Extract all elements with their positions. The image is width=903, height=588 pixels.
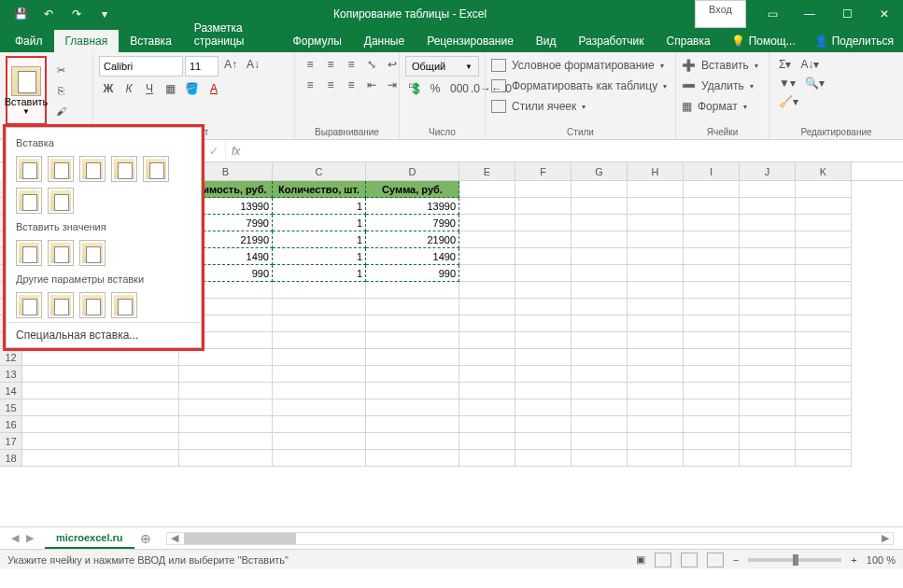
tab-view[interactable]: Вид	[525, 30, 568, 52]
paste-option-transpose[interactable]	[48, 188, 74, 214]
col-header[interactable]: H	[628, 162, 684, 180]
tab-review[interactable]: Рецензирование	[416, 30, 525, 52]
tab-formulas[interactable]: Формулы	[282, 30, 353, 52]
clear-icon[interactable]: 🧹▾	[775, 93, 802, 110]
orientation-icon[interactable]: ⤡	[362, 56, 381, 73]
paste-option-all[interactable]	[16, 156, 42, 182]
paste-special-button[interactable]: Специальная вставка...	[7, 322, 201, 347]
cell[interactable]: Сумма, руб.	[366, 181, 459, 198]
percent-icon[interactable]: %	[426, 80, 444, 97]
decrease-font-icon[interactable]: A↓	[243, 56, 263, 77]
tab-file[interactable]: Файл	[4, 30, 54, 52]
align-left-icon[interactable]: ≡	[301, 77, 319, 93]
paste-button[interactable]: Вставить ▼	[6, 56, 47, 125]
new-sheet-button[interactable]: ⊕	[134, 531, 157, 546]
page-break-view-icon[interactable]	[707, 553, 724, 567]
paste-option-link[interactable]	[48, 292, 74, 318]
paste-option-values[interactable]	[16, 240, 42, 266]
zoom-out-button[interactable]: −	[733, 554, 739, 566]
cell[interactable]: Количество, шт.	[273, 181, 366, 198]
conditional-formatting-button[interactable]: Условное форматирование▾	[491, 56, 670, 75]
align-bottom-icon[interactable]: ≡	[342, 56, 360, 73]
wrap-text-icon[interactable]: ↩	[383, 56, 402, 73]
copy-icon[interactable]: ⎘	[50, 81, 71, 100]
maximize-icon[interactable]: ☐	[828, 0, 866, 28]
col-header[interactable]: F	[515, 162, 571, 180]
normal-view-icon[interactable]	[655, 553, 671, 567]
format-painter-icon[interactable]: 🖌	[50, 102, 71, 120]
borders-icon[interactable]: ▦	[161, 80, 179, 97]
minimize-icon[interactable]: —	[791, 0, 828, 28]
paste-option-keep-source[interactable]	[111, 156, 137, 182]
col-header[interactable]: C	[273, 162, 366, 180]
paste-option-no-borders[interactable]	[143, 156, 169, 182]
col-header[interactable]: K	[796, 162, 852, 180]
paste-option-picture[interactable]	[79, 292, 106, 318]
format-as-table-button[interactable]: Форматировать как таблицу▾	[491, 77, 670, 95]
col-header[interactable]: I	[684, 162, 740, 180]
qat-customize-icon[interactable]: ▾	[92, 3, 118, 25]
align-top-icon[interactable]: ≡	[301, 56, 319, 73]
cell-styles-button[interactable]: Стили ячеек▾	[491, 97, 670, 116]
sort-icon[interactable]: A↓▾	[797, 56, 823, 73]
formula-input[interactable]	[246, 140, 903, 161]
save-icon[interactable]: 💾	[7, 3, 34, 25]
underline-button[interactable]: Ч	[140, 80, 159, 97]
sheet-nav-next-icon[interactable]: ▶	[26, 532, 34, 544]
zoom-in-button[interactable]: +	[851, 554, 856, 566]
undo-icon[interactable]: ↶	[35, 3, 62, 25]
col-header[interactable]: G	[571, 162, 628, 180]
font-name-input[interactable]	[99, 56, 183, 77]
tab-layout[interactable]: Разметка страницы	[183, 17, 282, 52]
format-cells-button[interactable]: ▦Формат▾	[682, 97, 763, 116]
macro-record-icon[interactable]: ▣	[636, 553, 645, 566]
page-layout-view-icon[interactable]	[681, 553, 698, 567]
fill-color-icon[interactable]: 🪣	[181, 80, 203, 97]
tab-developer[interactable]: Разработчик	[568, 30, 656, 52]
paste-option-formulas-number[interactable]	[79, 156, 106, 182]
delete-cells-button[interactable]: ➖Удалить▾	[682, 77, 763, 95]
sheet-nav-prev-icon[interactable]: ◀	[11, 532, 19, 544]
align-middle-icon[interactable]: ≡	[321, 56, 340, 73]
find-icon[interactable]: 🔍▾	[801, 75, 828, 91]
currency-icon[interactable]: 💲	[405, 80, 424, 97]
paste-option-values-source[interactable]	[79, 240, 106, 266]
number-format-select[interactable]: Общий▼	[405, 56, 479, 77]
dec-inc-icon[interactable]: .0→	[467, 80, 486, 97]
col-header[interactable]: E	[459, 162, 515, 180]
zoom-slider[interactable]	[748, 558, 841, 562]
redo-icon[interactable]: ↷	[63, 3, 90, 25]
paste-option-values-number[interactable]	[48, 240, 74, 266]
indent-dec-icon[interactable]: ⇤	[362, 77, 381, 93]
paste-option-formatting[interactable]	[16, 292, 42, 318]
tab-help[interactable]: Справка	[656, 30, 722, 52]
zoom-level[interactable]: 100 %	[867, 554, 896, 566]
share-button[interactable]: 👤Поделиться	[805, 30, 903, 52]
cut-icon[interactable]: ✂	[50, 61, 71, 79]
paste-option-linked-picture[interactable]	[111, 292, 137, 318]
tab-insert[interactable]: Вставка	[119, 30, 183, 52]
insert-cells-button[interactable]: ➕Вставить▾	[682, 56, 763, 75]
indent-inc-icon[interactable]: ⇥	[383, 77, 402, 93]
increase-font-icon[interactable]: A↑	[220, 56, 241, 77]
fill-icon[interactable]: ▼▾	[775, 75, 799, 91]
align-right-icon[interactable]: ≡	[342, 77, 360, 93]
fx-icon[interactable]: fx	[226, 145, 246, 158]
tellme-button[interactable]: 💡Помощ...	[722, 30, 805, 52]
col-header[interactable]: J	[740, 162, 796, 180]
comma-icon[interactable]: 000	[446, 80, 465, 97]
tab-data[interactable]: Данные	[353, 30, 416, 52]
font-color-icon[interactable]: A	[205, 80, 223, 97]
paste-option-formulas[interactable]	[48, 156, 74, 182]
italic-button[interactable]: К	[120, 80, 138, 97]
horizontal-scrollbar[interactable]: ◀▶	[166, 532, 894, 545]
col-header[interactable]: D	[366, 162, 459, 180]
align-center-icon[interactable]: ≡	[321, 77, 340, 93]
tab-home[interactable]: Главная	[54, 30, 120, 52]
sheet-tab[interactable]: microexcel.ru	[45, 528, 134, 549]
enter-formula-icon[interactable]: ✓	[202, 140, 226, 161]
autosum-icon[interactable]: Σ▾	[775, 56, 795, 73]
bold-button[interactable]: Ж	[99, 80, 118, 97]
font-size-input[interactable]	[185, 56, 219, 77]
ribbon-display-icon[interactable]: ▭	[754, 0, 791, 28]
